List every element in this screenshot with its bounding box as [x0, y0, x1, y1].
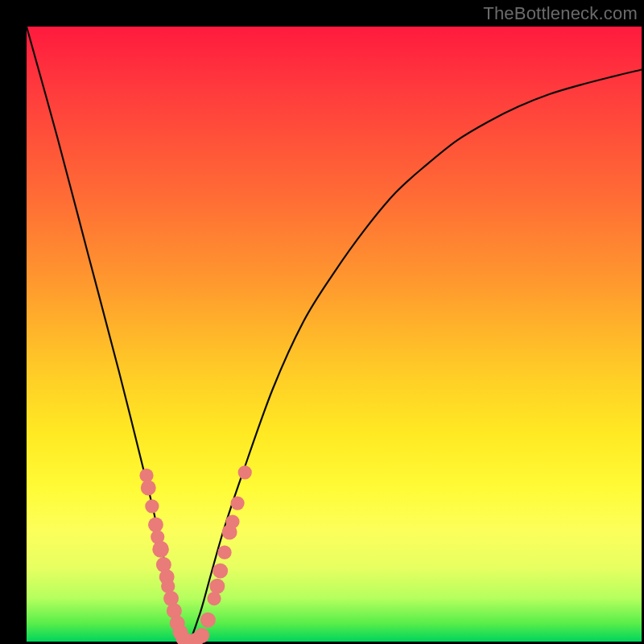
data-dot [238, 465, 252, 479]
data-dot [230, 496, 244, 510]
data-dot [213, 564, 228, 579]
data-dot [194, 628, 209, 643]
data-dot [161, 580, 175, 593]
data-dot [217, 546, 231, 559]
data-dot [139, 469, 153, 482]
plot-area [27, 27, 642, 642]
watermark-text: TheBottleneck.com [483, 3, 638, 24]
data-dot [148, 517, 163, 532]
data-dot [145, 499, 159, 513]
data-dot [200, 613, 216, 628]
data-dots [139, 465, 251, 644]
data-dot [152, 541, 169, 558]
bottleneck-curve [27, 27, 642, 642]
chart-stage: TheBottleneck.com [0, 0, 644, 644]
data-dot [207, 592, 221, 605]
data-dot [141, 481, 156, 496]
data-dot [209, 579, 225, 594]
curve-svg [27, 27, 642, 642]
data-dot [225, 514, 239, 528]
